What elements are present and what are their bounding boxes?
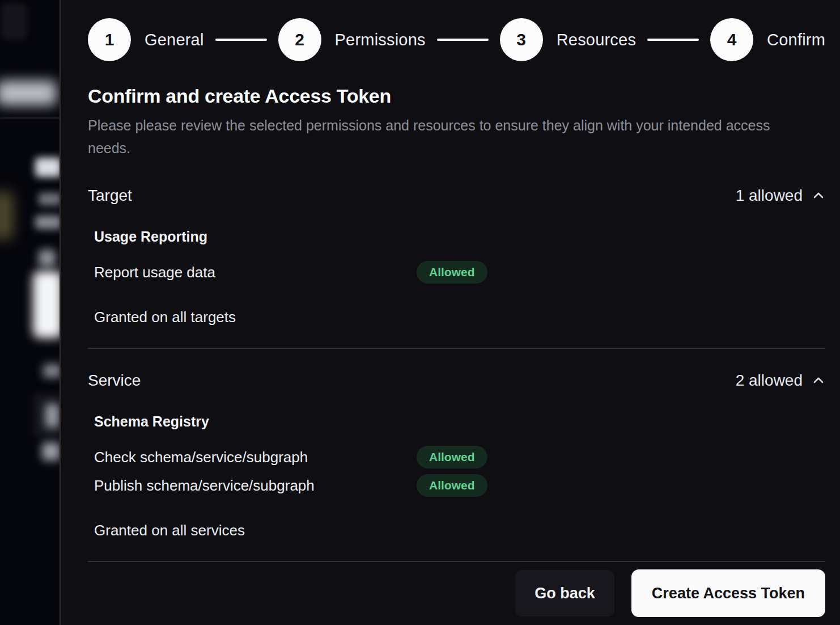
granted-note: Granted on all services: [94, 522, 825, 539]
permission-group-title: Usage Reporting: [94, 229, 825, 245]
step-permissions: 2 Permissions: [278, 18, 426, 61]
permission-row: Check schema/service/subgraph Allowed: [94, 446, 825, 468]
blurred-accent-shape: [0, 192, 12, 239]
section-divider: [88, 348, 825, 349]
stepper-connector: [437, 39, 489, 41]
section-divider: [88, 561, 825, 562]
permission-label: Report usage data: [94, 264, 417, 281]
modal-footer: Go back Create Access Token: [88, 569, 825, 617]
blurred-text-line: [35, 216, 61, 229]
allowed-count: 1 allowed: [736, 187, 803, 205]
wizard-stepper: 1 General 2 Permissions 3 Resources 4 Co…: [88, 18, 825, 61]
section-header-service: Service 2 allowed: [88, 371, 825, 390]
create-access-token-button[interactable]: Create Access Token: [631, 569, 825, 617]
step-label: Resources: [557, 31, 636, 49]
service-collapse-button[interactable]: 2 allowed: [736, 371, 825, 390]
permission-label: Publish schema/service/subgraph: [94, 477, 417, 495]
page-title: Confirm and create Access Token: [88, 85, 825, 107]
step-number-badge: 1: [88, 18, 131, 61]
step-confirm: 4 Confirm: [710, 18, 825, 61]
blurred-background-page: [0, 0, 61, 625]
blurred-logo: [1, 3, 27, 40]
step-label: Confirm: [767, 31, 825, 49]
blurred-text-line: [39, 193, 61, 205]
blurred-white-card: [33, 271, 61, 338]
section-title: Target: [88, 187, 132, 205]
step-general: 1 General: [88, 18, 204, 61]
chevron-up-icon: [812, 189, 825, 202]
permission-row: Publish schema/service/subgraph Allowed: [94, 474, 825, 497]
status-badge: Allowed: [417, 446, 487, 468]
allowed-count: 2 allowed: [736, 371, 803, 390]
blurred-text-line: [43, 364, 61, 378]
stepper-connector: [647, 39, 699, 41]
permission-label: Check schema/service/subgraph: [94, 449, 417, 466]
permission-group-title: Schema Registry: [94, 413, 825, 430]
blurred-nav-item: [0, 81, 57, 105]
stepper-connector: [215, 39, 267, 41]
permission-row: Report usage data Allowed: [94, 261, 825, 284]
blurred-sidebar-divider: [0, 117, 61, 119]
step-label: Permissions: [335, 31, 426, 49]
section-title: Service: [88, 371, 141, 390]
step-resources: 3 Resources: [500, 18, 636, 61]
step-label: General: [145, 31, 204, 49]
blurred-icon: [39, 250, 56, 267]
target-collapse-button[interactable]: 1 allowed: [736, 187, 825, 205]
blurred-text-line: [42, 442, 60, 461]
go-back-button[interactable]: Go back: [515, 570, 614, 616]
granted-note: Granted on all targets: [94, 309, 825, 326]
step-number-badge: 3: [500, 18, 543, 61]
blurred-page-heading: [35, 158, 61, 177]
step-number-badge: 4: [710, 18, 753, 61]
blurred-text-line: [45, 404, 59, 428]
section-header-target: Target 1 allowed: [88, 187, 825, 205]
status-badge: Allowed: [417, 474, 487, 497]
step-number-badge: 2: [278, 18, 321, 61]
status-badge: Allowed: [417, 261, 487, 284]
page-description: Please please review the selected permis…: [88, 114, 786, 159]
create-access-token-modal: 1 General 2 Permissions 3 Resources 4 Co…: [60, 0, 840, 625]
chevron-up-icon: [812, 374, 825, 387]
